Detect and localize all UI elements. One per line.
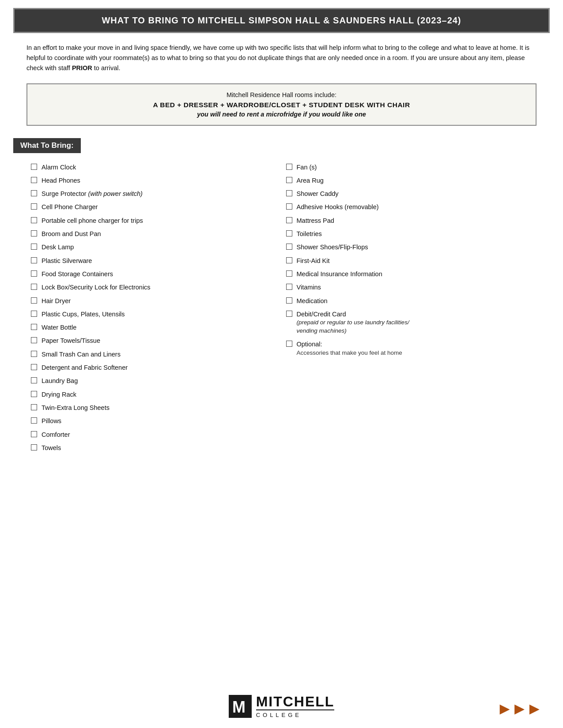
checkbox[interactable] [286,203,292,210]
left-list-item[interactable]: Paper Towels/Tissue [31,336,282,345]
checkbox[interactable] [286,190,292,196]
info-box: Mitchell Residence Hall rooms include: A… [26,83,537,126]
item-text: Drying Rack [42,390,76,399]
item-text: Shower Shoes/Flip-Flops [297,243,368,251]
right-list-item[interactable]: Area Rug [286,176,537,185]
item-text: Plastic Silverware [42,256,92,265]
checkbox[interactable] [31,177,37,183]
checkbox[interactable] [31,377,37,383]
checkbox[interactable] [31,337,37,343]
checkbox[interactable] [286,297,292,304]
right-list-item[interactable]: Mattress Pad [286,216,537,225]
checklist-container: Alarm ClockHead PhonesSurge Protector (w… [22,163,541,457]
item-text: Toiletries [297,229,322,238]
checkbox[interactable] [31,257,37,263]
right-list-item[interactable]: Toiletries [286,229,537,238]
left-list-item[interactable]: Plastic Cups, Plates, Utensils [31,310,282,319]
checkbox[interactable] [286,341,292,347]
checkbox[interactable] [31,364,37,370]
left-list-item[interactable]: Detergent and Fabric Softener [31,363,282,372]
checkbox[interactable] [31,203,37,210]
checkbox[interactable] [31,270,37,277]
mitchell-logo-icon: M [229,695,252,718]
left-list-item[interactable]: Lock Box/Security Lock for Electronics [31,283,282,292]
checkbox[interactable] [31,417,37,424]
right-list-item[interactable]: Adhesive Hooks (removable) [286,203,537,211]
item-text: Shower Caddy [297,189,339,198]
right-list-item[interactable]: Shower Shoes/Flip-Flops [286,243,537,251]
item-text: Alarm Clock [42,163,76,172]
checkbox[interactable] [286,311,292,317]
right-list-item[interactable]: Shower Caddy [286,189,537,198]
checkbox[interactable] [286,284,292,290]
item-text: Water Bottle [42,323,76,332]
item-text: Optional:Accessories that make you feel … [297,340,402,357]
checkbox[interactable] [286,270,292,277]
right-list-item[interactable]: Debit/Credit Card(prepaid or regular to … [286,310,537,335]
item-text: Lock Box/Security Lock for Electronics [42,283,151,292]
checkbox[interactable] [31,311,37,317]
item-text: Mattress Pad [297,216,334,225]
left-list-item[interactable]: Cell Phone Charger [31,203,282,211]
left-list-item[interactable]: Drying Rack [31,390,282,399]
left-list-item[interactable]: Desk Lamp [31,243,282,251]
checkbox[interactable] [31,431,37,437]
logo-college: COLLEGE [256,712,302,718]
checkbox[interactable] [31,164,37,170]
item-text: Medical Insurance Information [297,270,382,278]
checkbox[interactable] [31,404,37,410]
right-list-item[interactable]: Medication [286,296,537,305]
left-list-item[interactable]: Surge Protector (with power switch) [31,189,282,198]
left-list-item[interactable]: Pillows [31,417,282,425]
item-text: Broom and Dust Pan [42,229,101,238]
checkbox[interactable] [31,244,37,250]
checkbox[interactable] [31,391,37,397]
left-list-item[interactable]: Plastic Silverware [31,256,282,265]
left-list-item[interactable]: Broom and Dust Pan [31,229,282,238]
left-list-item[interactable]: Twin-Extra Long Sheets [31,403,282,412]
checkbox[interactable] [31,297,37,304]
checkbox[interactable] [31,190,37,196]
item-text: Desk Lamp [42,243,74,251]
item-text: Debit/Credit Card(prepaid or regular to … [297,310,409,335]
right-list-item[interactable]: Fan (s) [286,163,537,172]
checkbox[interactable] [286,164,292,170]
checkbox[interactable] [31,284,37,290]
left-list-item[interactable]: Comforter [31,430,282,439]
left-list-item[interactable]: Small Trash Can and Liners [31,350,282,359]
left-list-item[interactable]: Hair Dryer [31,296,282,305]
right-list-item[interactable]: Medical Insurance Information [286,270,537,278]
checkbox[interactable] [286,257,292,263]
left-list-item[interactable]: Head Phones [31,176,282,185]
item-text: Cell Phone Charger [42,203,98,211]
checkbox[interactable] [31,230,37,236]
checkbox[interactable] [286,230,292,236]
checkbox[interactable] [31,351,37,357]
checkbox[interactable] [31,324,37,330]
item-text: Pillows [42,417,61,425]
left-list-item[interactable]: Portable cell phone charger for trips [31,216,282,225]
left-list-item[interactable]: Food Storage Containers [31,270,282,278]
section-title: What To Bring: [20,141,74,150]
info-line3: you will need to rent a microfridge if y… [38,111,525,118]
checkbox[interactable] [286,217,292,223]
item-text: Twin-Extra Long Sheets [42,403,110,412]
checkbox[interactable] [31,444,37,450]
intro-body: In an effort to make your move in and li… [26,44,529,71]
checkbox[interactable] [286,244,292,250]
item-text: Laundry Bag [42,376,78,385]
item-text: First-Aid Kit [297,256,330,265]
left-list-item[interactable]: Water Bottle [31,323,282,332]
right-list-item[interactable]: Optional:Accessories that make you feel … [286,340,537,357]
checkbox[interactable] [286,177,292,183]
right-list-item[interactable]: Vitamins [286,283,537,292]
left-list-item[interactable]: Alarm Clock [31,163,282,172]
logo-text: MITCHELL COLLEGE [256,694,335,718]
left-list-item[interactable]: Towels [31,443,282,452]
footer-logo: M MITCHELL COLLEGE [229,694,335,718]
item-text: Hair Dryer [42,296,71,305]
right-list-item[interactable]: First-Aid Kit [286,256,537,265]
left-list-item[interactable]: Laundry Bag [31,376,282,385]
checkbox[interactable] [31,217,37,223]
item-text: Small Trash Can and Liners [42,350,121,359]
